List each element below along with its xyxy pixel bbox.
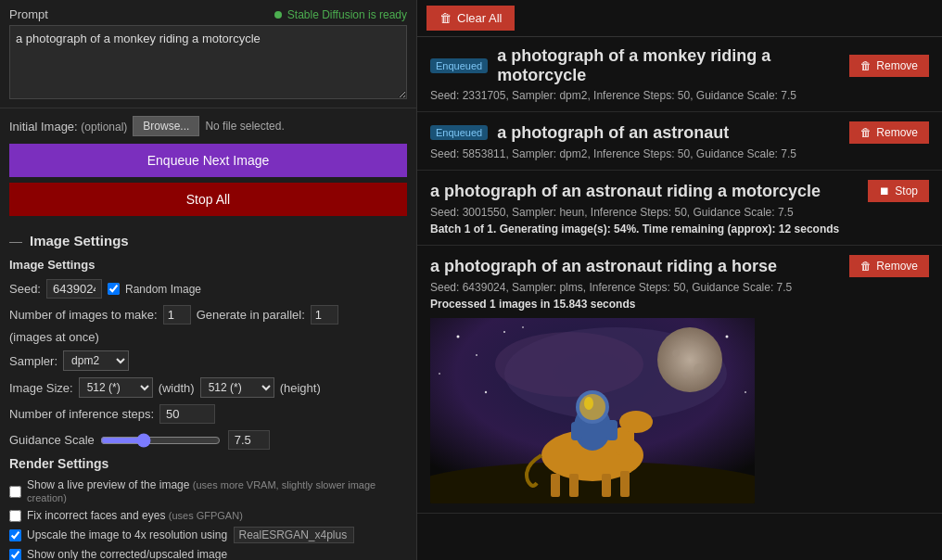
render-option-2-label: Upscale the image to 4x resolution using [27, 527, 354, 543]
render-option-1-checkbox[interactable] [9, 510, 21, 522]
random-image-checkbox[interactable] [108, 283, 120, 295]
no-file-text: No file selected. [205, 120, 284, 133]
render-option-3: Show only the corrected/upscaled image [9, 548, 407, 560]
remove-button-1[interactable]: 🗑 Remove [849, 55, 929, 77]
sampler-select[interactable]: dpm2 heun plms ddim euler euler_a [63, 350, 129, 371]
browse-button[interactable]: Browse... [133, 116, 199, 136]
seed-row: Seed: Random Image [9, 279, 407, 299]
generate-parallel-label: Generate in parallel: [197, 308, 305, 322]
queue-item-2-header: Enqueued a photograph of an astronaut 🗑 … [430, 121, 929, 144]
render-option-1-label: Fix incorrect faces and eyes (uses GFPGA… [27, 509, 243, 522]
svg-point-18 [584, 397, 593, 410]
image-height-label: (height) [280, 381, 321, 395]
enqueued-badge-1: Enqueued [430, 58, 488, 73]
queue-item-1-title: a photograph of a monkey riding a motorc… [497, 46, 849, 85]
section-dash: — [9, 234, 22, 248]
render-option-0-checkbox[interactable] [9, 486, 21, 498]
seed-input[interactable] [46, 279, 102, 299]
queue-item-3-progress: Batch 1 of 1. Generating image(s): 54%. … [430, 223, 929, 235]
queue-item-2-title: a photograph of an astronaut [497, 123, 729, 143]
queue-item-1-header: Enqueued a photograph of a monkey riding… [430, 46, 929, 85]
slider-container [100, 430, 270, 450]
random-image-checkbox-label[interactable]: Random Image [108, 283, 201, 296]
svg-point-10 [619, 411, 653, 433]
trash-icon-1: 🗑 [860, 59, 872, 72]
render-option-0-label: Show a live preview of the image (uses m… [27, 478, 407, 504]
image-width-select[interactable]: 512 (*) 256 768 [79, 377, 153, 398]
svg-point-24 [726, 336, 729, 338]
right-panel: 🗑 Clear All Enqueued a photograph of a m… [417, 0, 942, 560]
guidance-scale-slider[interactable] [100, 433, 221, 448]
queue-item-1-title-row: Enqueued a photograph of a monkey riding… [430, 46, 849, 85]
image-width-label: (width) [159, 381, 195, 395]
generate-parallel-input[interactable] [311, 305, 338, 325]
queue-item-4: a photograph of an astronaut riding a ho… [417, 246, 942, 514]
queue-item-4-title: a photograph of an astronaut riding a ho… [430, 257, 777, 276]
inference-steps-row: Number of inference steps: [9, 404, 407, 424]
image-size-label: Image Size: [9, 381, 73, 395]
queue-item-1-meta: Seed: 2331705, Sampler: dpm2, Inference … [430, 89, 929, 102]
svg-point-28 [522, 326, 524, 328]
render-settings-title: Render Settings [9, 456, 407, 471]
svg-rect-12 [569, 474, 579, 497]
svg-point-27 [485, 391, 487, 393]
initial-image-row: Initial Image: (optional) Browse... No f… [0, 108, 416, 144]
astronaut-horse-image [430, 318, 755, 503]
inference-steps-input[interactable] [159, 404, 215, 424]
prompt-section: Prompt Stable Diffusion is ready a photo… [0, 0, 416, 108]
upscale-model-input[interactable] [234, 527, 354, 543]
render-option-3-checkbox[interactable] [9, 549, 21, 561]
svg-rect-13 [602, 474, 611, 497]
queue-item-2-meta: Seed: 5853811, Sampler: dpm2, Inference … [430, 147, 929, 160]
section-title: Image Settings [30, 233, 129, 248]
num-images-label: Number of images to make: [9, 308, 158, 322]
queue-item-4-header: a photograph of an astronaut riding a ho… [430, 255, 929, 277]
enqueue-next-image-button[interactable]: Enqueue Next Image [9, 144, 407, 177]
stop-all-button[interactable]: Stop All [9, 183, 407, 216]
section-title-bar: — Image Settings [9, 233, 407, 248]
guidance-scale-value[interactable] [228, 430, 270, 450]
stop-circle-icon-3: ⏹ [879, 185, 890, 197]
random-image-label: Random Image [125, 283, 201, 296]
queue-items: Enqueued a photograph of a monkey riding… [417, 37, 942, 560]
render-option-2: Upscale the image to 4x resolution using [9, 527, 407, 543]
svg-point-5 [694, 363, 705, 375]
num-images-row: Number of images to make: Generate in pa… [9, 305, 407, 344]
render-option-2-checkbox[interactable] [9, 529, 21, 541]
svg-point-3 [657, 327, 722, 392]
remove-button-2[interactable]: 🗑 Remove [849, 121, 929, 144]
svg-point-2 [495, 332, 643, 397]
remove-label-4: Remove [876, 260, 918, 273]
image-size-row: Image Size: 512 (*) 256 768 (width) 512 … [9, 377, 407, 398]
svg-point-21 [457, 336, 460, 338]
render-option-3-label: Show only the corrected/upscaled image [27, 548, 227, 560]
remove-button-4[interactable]: 🗑 Remove [849, 255, 929, 277]
num-images-input[interactable] [163, 305, 191, 325]
clear-all-button[interactable]: 🗑 Clear All [426, 6, 515, 31]
queue-item-3-header: a photograph of an astronaut riding a mo… [430, 180, 929, 202]
image-settings-section: — Image Settings Image Settings Seed: Ra… [0, 225, 416, 560]
svg-point-26 [745, 391, 746, 393]
svg-point-25 [439, 373, 440, 375]
prompt-textarea[interactable]: a photograph of a monkey riding a motorc… [9, 25, 407, 99]
stop-button-3[interactable]: ⏹ Stop [868, 180, 929, 202]
svg-rect-20 [606, 420, 617, 440]
settings-subsection-title: Image Settings [9, 258, 407, 272]
queue-item-1: Enqueued a photograph of a monkey riding… [417, 37, 942, 112]
svg-rect-11 [551, 474, 560, 497]
render-option-0: Show a live preview of the image (uses m… [9, 478, 407, 504]
queue-item-4-processed: Processed 1 images in 15.843 seconds [430, 298, 929, 311]
guidance-scale-label: Guidance Scale [9, 433, 95, 447]
trash-icon-4: 🗑 [860, 260, 872, 273]
remove-label-2: Remove [876, 126, 918, 139]
generated-image-container [430, 318, 929, 503]
sampler-label: Sampler: [9, 354, 57, 368]
left-panel: Prompt Stable Diffusion is ready a photo… [0, 0, 417, 560]
prompt-label-row: Prompt Stable Diffusion is ready [9, 7, 407, 21]
trash-icon: 🗑 [439, 11, 452, 25]
inference-steps-label: Number of inference steps: [9, 407, 154, 421]
image-height-select[interactable]: 512 (*) 256 768 [200, 377, 274, 398]
queue-item-3-title-row: a photograph of an astronaut riding a mo… [430, 182, 821, 201]
guidance-scale-row: Guidance Scale [9, 430, 407, 450]
svg-point-23 [476, 354, 477, 356]
